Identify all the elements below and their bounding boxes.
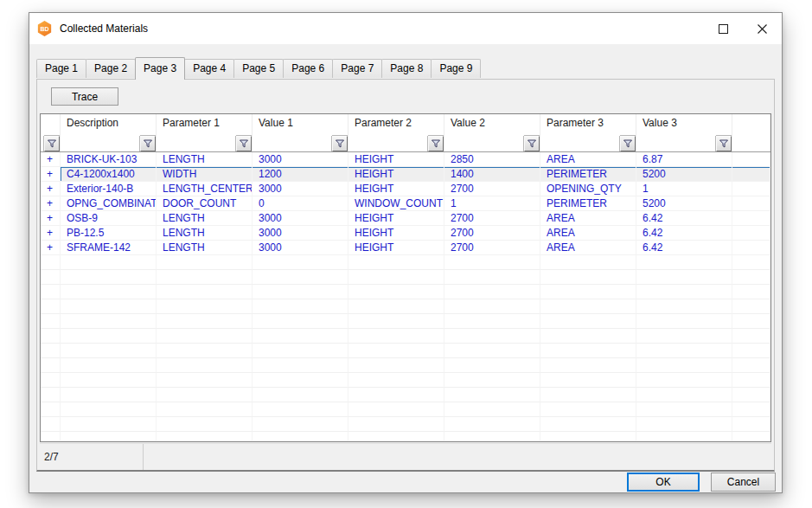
tab-page-2[interactable]: Page 2 — [86, 59, 136, 78]
column-header-parameter-3[interactable]: Parameter 3 — [540, 114, 636, 132]
cell-value-3[interactable]: 1 — [636, 182, 732, 196]
cell-value-1[interactable]: 1200 — [253, 167, 348, 182]
cell-parameter-1[interactable]: DOOR_COUNT — [157, 196, 253, 211]
cell-parameter-2[interactable]: HEIGHT — [348, 241, 444, 255]
tab-page-4[interactable]: Page 4 — [184, 59, 234, 78]
cell-parameter-1[interactable]: LENGTH_CENTER — [157, 182, 253, 196]
cell-value-1[interactable]: 3000 — [253, 241, 348, 255]
expand-button[interactable]: + — [41, 211, 61, 226]
cell-value-3[interactable]: 5200 — [636, 167, 732, 182]
cell-description[interactable]: OPNG_COMBINATI... — [61, 196, 157, 211]
column-header-description[interactable]: Description — [61, 114, 157, 132]
filter-input-parameter-3[interactable] — [540, 136, 620, 151]
cell-value-2[interactable]: 2850 — [444, 152, 540, 167]
cell-value-1[interactable]: 3000 — [253, 211, 348, 226]
column-header-value-1[interactable]: Value 1 — [253, 114, 348, 132]
filter-button-parameter-2[interactable] — [428, 136, 444, 151]
cell-value-3[interactable]: 6.42 — [636, 211, 732, 226]
filter-button-value-1[interactable] — [332, 136, 348, 151]
column-header-parameter-1[interactable]: Parameter 1 — [157, 114, 253, 132]
cell-parameter-2[interactable]: HEIGHT — [348, 152, 444, 167]
cancel-button[interactable]: Cancel — [711, 473, 776, 492]
cell-description[interactable]: OSB-9 — [61, 211, 157, 226]
column-header-value-3[interactable]: Value 3 — [636, 114, 732, 132]
cell-value-2[interactable]: 1 — [444, 196, 540, 211]
filter-input-value-1[interactable] — [253, 136, 332, 151]
tab-page-3[interactable]: Page 3 — [135, 57, 185, 80]
table-row[interactable]: +Exterior-140-BLENGTH_CENTER3000HEIGHT27… — [41, 182, 770, 196]
cell-description[interactable]: C4-1200x1400 — [61, 167, 157, 182]
cell-parameter-1[interactable]: WIDTH — [157, 167, 253, 182]
filter-button-parameter-3[interactable] — [620, 136, 636, 151]
cell-value-2[interactable]: 2700 — [444, 241, 540, 255]
cell-parameter-2[interactable]: HEIGHT — [348, 211, 444, 226]
cell-parameter-3[interactable]: OPENING_QTY — [540, 182, 636, 196]
cell-description[interactable]: BRICK-UK-103 — [61, 152, 157, 167]
table-row[interactable]: +BRICK-UK-103LENGTH3000HEIGHT2850AREA6.8… — [41, 152, 770, 167]
table-row[interactable]: +OPNG_COMBINATI...DOOR_COUNT0WINDOW_COUN… — [41, 196, 770, 211]
tab-page-7[interactable]: Page 7 — [332, 59, 382, 78]
expand-button[interactable]: + — [41, 226, 61, 241]
cell-description[interactable]: Exterior-140-B — [61, 182, 157, 196]
cell-parameter-3[interactable]: AREA — [540, 226, 636, 241]
table-row[interactable]: +PB-12.5LENGTH3000HEIGHT2700AREA6.42 — [41, 226, 770, 241]
cell-parameter-2[interactable]: HEIGHT — [348, 226, 444, 241]
cell-value-2[interactable]: 1400 — [444, 167, 540, 182]
expand-button[interactable]: + — [41, 196, 61, 211]
title-bar[interactable]: BD Collected Materials — [29, 13, 782, 44]
cell-value-2[interactable]: 2700 — [444, 182, 540, 196]
cell-value-1[interactable]: 3000 — [253, 182, 348, 196]
cell-value-2[interactable]: 2700 — [444, 226, 540, 241]
tab-page-1[interactable]: Page 1 — [36, 59, 86, 78]
expand-button[interactable]: + — [41, 152, 61, 167]
filter-button-value-3[interactable] — [716, 136, 732, 151]
cell-parameter-3[interactable]: AREA — [540, 152, 636, 167]
cell-value-1[interactable]: 3000 — [253, 152, 348, 167]
cell-parameter-1[interactable]: LENGTH — [157, 241, 253, 255]
tab-page-6[interactable]: Page 6 — [283, 59, 333, 78]
table-row[interactable]: +OSB-9LENGTH3000HEIGHT2700AREA6.42 — [41, 211, 770, 226]
cell-parameter-3[interactable]: AREA — [540, 241, 636, 255]
tab-page-9[interactable]: Page 9 — [431, 59, 481, 78]
expand-button[interactable]: + — [41, 167, 61, 182]
filter-input-parameter-2[interactable] — [348, 136, 428, 151]
cell-parameter-1[interactable]: LENGTH — [157, 211, 253, 226]
table-row[interactable]: +C4-1200x1400WIDTH1200HEIGHT1400PERIMETE… — [41, 167, 770, 182]
filter-input-value-3[interactable] — [636, 136, 716, 151]
cell-value-2[interactable]: 2700 — [444, 211, 540, 226]
ok-button[interactable]: OK — [627, 473, 700, 492]
expand-button[interactable]: + — [41, 182, 61, 196]
cell-value-1[interactable]: 0 — [253, 196, 348, 211]
cell-value-3[interactable]: 6.42 — [636, 226, 732, 241]
cell-value-1[interactable]: 3000 — [253, 226, 348, 241]
filter-button-parameter-1[interactable] — [236, 136, 252, 151]
cell-parameter-3[interactable]: AREA — [540, 211, 636, 226]
cell-value-3[interactable]: 6.87 — [636, 152, 732, 167]
cell-parameter-3[interactable]: PERIMETER — [540, 196, 636, 211]
filter-button-expand[interactable] — [44, 136, 60, 151]
filter-button-value-2[interactable] — [524, 136, 540, 151]
filter-input-description[interactable] — [61, 136, 140, 151]
close-button[interactable] — [743, 13, 782, 44]
cell-parameter-1[interactable]: LENGTH — [157, 226, 253, 241]
filter-input-value-2[interactable] — [444, 136, 524, 151]
column-header-value-2[interactable]: Value 2 — [444, 114, 540, 132]
maximize-button[interactable] — [704, 13, 743, 44]
tab-page-5[interactable]: Page 5 — [233, 59, 284, 78]
cell-parameter-2[interactable]: WINDOW_COUNT — [348, 196, 444, 211]
cell-description[interactable]: PB-12.5 — [61, 226, 157, 241]
filter-input-parameter-1[interactable] — [157, 136, 236, 151]
column-header-parameter-2[interactable]: Parameter 2 — [348, 114, 444, 132]
tab-page-8[interactable]: Page 8 — [381, 59, 432, 78]
cell-value-3[interactable]: 5200 — [636, 196, 732, 211]
cell-parameter-2[interactable]: HEIGHT — [348, 182, 444, 196]
filter-button-description[interactable] — [140, 136, 156, 151]
table-row[interactable]: +SFRAME-142LENGTH3000HEIGHT2700AREA6.42 — [41, 241, 770, 255]
cell-parameter-3[interactable]: PERIMETER — [540, 167, 636, 182]
expand-button[interactable]: + — [41, 241, 61, 255]
trace-button[interactable]: Trace — [51, 87, 118, 106]
cell-parameter-1[interactable]: LENGTH — [157, 152, 253, 167]
cell-parameter-2[interactable]: HEIGHT — [348, 167, 444, 182]
cell-value-3[interactable]: 6.42 — [636, 241, 732, 255]
cell-description[interactable]: SFRAME-142 — [61, 241, 157, 255]
